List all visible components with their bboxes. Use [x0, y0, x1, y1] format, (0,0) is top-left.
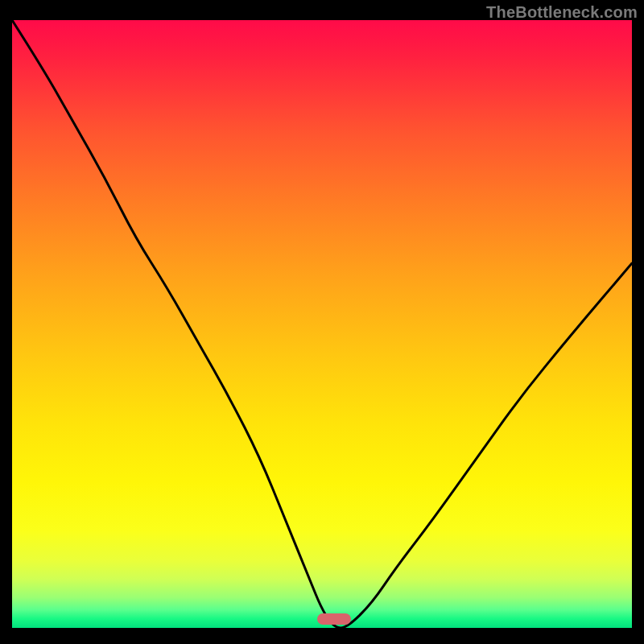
bottleneck-curve: [12, 20, 632, 628]
plot-area: [12, 20, 632, 628]
optimal-marker: [317, 613, 351, 625]
chart-stage: TheBottleneck.com: [0, 0, 644, 644]
watermark-text: TheBottleneck.com: [486, 3, 638, 22]
